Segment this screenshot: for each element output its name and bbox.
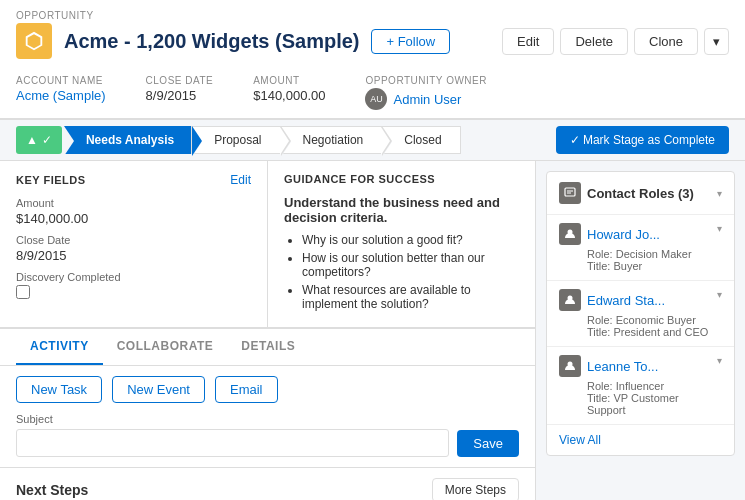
key-fields-edit-link[interactable]: Edit — [230, 173, 251, 187]
view-all-link[interactable]: View All — [547, 425, 734, 455]
more-steps-button[interactable]: More Steps — [432, 478, 519, 500]
stage-steps: Needs Analysis Proposal Negotiation Cl — [64, 126, 556, 154]
amount-field: AMOUNT $140,000.00 — [253, 75, 325, 103]
discovery-checkbox[interactable] — [16, 285, 30, 299]
owner-value-row: AU Admin User — [365, 88, 486, 110]
page-header: OPPORTUNITY Acme - 1,200 Widgets (Sample… — [0, 0, 745, 119]
amount-label: AMOUNT — [253, 75, 325, 86]
mark-complete-button[interactable]: ✓ Mark Stage as Complete — [556, 126, 729, 154]
tab-activity[interactable]: ACTIVITY — [16, 329, 103, 365]
next-steps-title: Next Steps — [16, 482, 88, 498]
stage-toggle-button[interactable]: ▲ ✓ — [16, 126, 62, 154]
contact-dropdown-3[interactable]: ▾ — [717, 355, 722, 366]
close-date-field: CLOSE DATE 8/9/2015 — [146, 75, 214, 103]
tabs-nav: ACTIVITY COLLABORATE DETAILS — [0, 329, 535, 366]
contact-title-3: Title: VP Customer Support — [559, 392, 717, 416]
contact-info-2: Edward Sta... Role: Economic Buyer Title… — [559, 289, 717, 338]
close-date-label: CLOSE DATE — [146, 75, 214, 86]
new-event-button[interactable]: New Event — [112, 376, 205, 403]
action-buttons: New Task New Event Email — [16, 376, 519, 403]
delete-button[interactable]: Delete — [560, 28, 628, 55]
record-type-label: OPPORTUNITY — [16, 10, 729, 21]
clone-button[interactable]: Clone — [634, 28, 698, 55]
activity-area: New Task New Event Email Subject Save — [0, 366, 535, 467]
meta-row: ACCOUNT NAME Acme (Sample) CLOSE DATE 8/… — [16, 67, 729, 118]
contact-name-2[interactable]: Edward Sta... — [559, 289, 717, 311]
edit-button[interactable]: Edit — [502, 28, 554, 55]
tab-collaborate[interactable]: COLLABORATE — [103, 329, 228, 365]
account-name-value[interactable]: Acme (Sample) — [16, 88, 106, 103]
contact-item-1: Howard Jo... Role: Decision Maker Title:… — [547, 215, 734, 281]
more-actions-button[interactable]: ▾ — [704, 28, 729, 55]
tab-details[interactable]: DETAILS — [227, 329, 309, 365]
amount-value: $140,000.00 — [253, 88, 325, 103]
panel-split: KEY FIELDS Edit Amount $140,000.00 Close… — [0, 161, 535, 328]
tabs-section: ACTIVITY COLLABORATE DETAILS — [0, 328, 535, 366]
role-value-1: Decision Maker — [616, 248, 692, 260]
key-fields-title: KEY FIELDS — [16, 174, 86, 186]
subject-area: Subject Save — [16, 413, 519, 457]
account-name-field: ACCOUNT NAME Acme (Sample) — [16, 75, 106, 103]
guidance-list: Why is our solution a good fit? How is o… — [284, 233, 519, 311]
left-content: KEY FIELDS Edit Amount $140,000.00 Close… — [0, 161, 535, 500]
new-task-button[interactable]: New Task — [16, 376, 102, 403]
subject-label: Subject — [16, 413, 519, 425]
close-date-value: 8/9/2015 — [146, 88, 214, 103]
contact-item-3: Leanne To... Role: Influencer Title: VP … — [547, 347, 734, 425]
contact-dropdown-1[interactable]: ▾ — [717, 223, 722, 234]
contact-panel-header: Contact Roles (3) ▾ — [547, 172, 734, 215]
stage-negotiation[interactable]: Negotiation — [280, 126, 383, 154]
role-value-2: Economic Buyer — [616, 314, 696, 326]
next-steps-header: Next Steps More Steps — [16, 478, 519, 500]
email-button[interactable]: Email — [215, 376, 278, 403]
contact-dropdown-2[interactable]: ▾ — [717, 289, 722, 300]
stage-bar: ▲ ✓ Needs Analysis Proposal Negotiation — [0, 119, 745, 161]
guidance-header: GUIDANCE FOR SUCCESS — [284, 173, 519, 185]
contact-name-1[interactable]: Howard Jo... — [559, 223, 717, 245]
close-date-field-row: Close Date 8/9/2015 — [16, 234, 251, 263]
key-fields-header: KEY FIELDS Edit — [16, 173, 251, 187]
contact-roles-icon — [559, 182, 581, 204]
stage-closed[interactable]: Closed — [381, 126, 460, 154]
next-steps-section: Next Steps More Steps Internal opportuni… — [0, 467, 535, 500]
follow-button[interactable]: + Follow — [371, 29, 450, 54]
svg-rect-4 — [565, 188, 575, 196]
amount-field-value: $140,000.00 — [16, 211, 251, 226]
contact-avatar-1 — [559, 223, 581, 245]
contact-role-2: Role: Economic Buyer — [559, 314, 717, 326]
close-date-field-label: Close Date — [16, 234, 251, 246]
subject-input[interactable] — [16, 429, 449, 457]
guidance-item: Why is our solution a good fit? — [302, 233, 519, 247]
contact-panel-title: Contact Roles (3) — [559, 182, 694, 204]
contact-roles-title: Contact Roles (3) — [587, 186, 694, 201]
role-value-3: Influencer — [616, 380, 664, 392]
title-label-3: Title: — [587, 392, 610, 404]
contact-panel-dropdown-icon[interactable]: ▾ — [717, 188, 722, 199]
contact-info-3: Leanne To... Role: Influencer Title: VP … — [559, 355, 717, 416]
owner-label: OPPORTUNITY OWNER — [365, 75, 486, 86]
title-row: Acme - 1,200 Widgets (Sample) + Follow E… — [16, 23, 729, 59]
owner-name[interactable]: Admin User — [393, 92, 461, 107]
contact-name-text-2: Edward Sta... — [587, 293, 665, 308]
stage-needs-analysis[interactable]: Needs Analysis — [64, 126, 192, 154]
role-label-1: Role: — [587, 248, 613, 260]
contact-name-text-3: Leanne To... — [587, 359, 658, 374]
owner-avatar: AU — [365, 88, 387, 110]
discovery-checkbox-row — [16, 285, 251, 299]
opportunity-icon — [16, 23, 52, 59]
guidance-panel: GUIDANCE FOR SUCCESS Understand the busi… — [268, 161, 535, 327]
contact-avatar-3 — [559, 355, 581, 377]
contact-name-3[interactable]: Leanne To... — [559, 355, 717, 377]
title-value-2: President and CEO — [614, 326, 709, 338]
discovery-field-label: Discovery Completed — [16, 271, 251, 283]
opportunity-title: Acme - 1,200 Widgets (Sample) — [64, 30, 359, 53]
checkmark-icon: ✓ — [42, 133, 52, 147]
stage-proposal[interactable]: Proposal — [191, 126, 280, 154]
header-actions: Edit Delete Clone ▾ — [502, 28, 729, 55]
guidance-heading: Understand the business need and decisio… — [284, 195, 519, 225]
owner-field: OPPORTUNITY OWNER AU Admin User — [365, 75, 486, 110]
close-date-field-value: 8/9/2015 — [16, 248, 251, 263]
amount-field-row: Amount $140,000.00 — [16, 197, 251, 226]
stage-label: Closed — [404, 133, 441, 147]
save-button[interactable]: Save — [457, 430, 519, 457]
